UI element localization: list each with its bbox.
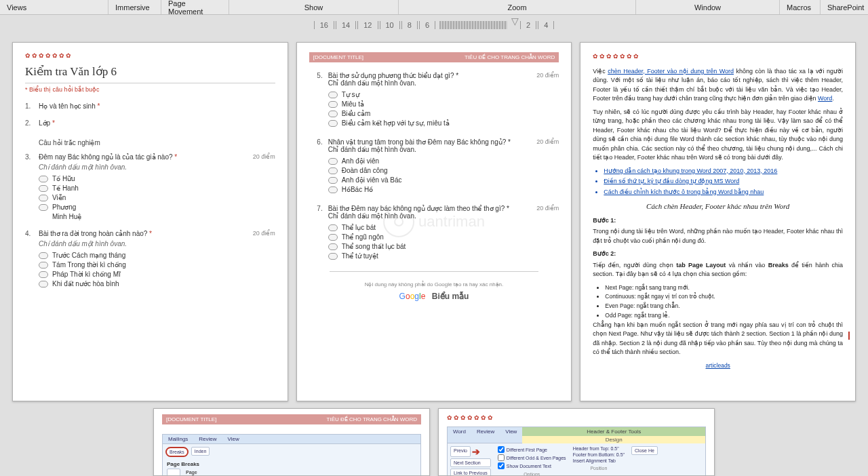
- article-paragraph: Việc chèn Header, Footer vào nội dung tr…: [593, 67, 843, 104]
- oval-icon: [328, 243, 338, 250]
- page-4-thumb[interactable]: [DOCUMENT TITLE] TIÊU ĐỀ CHO TRANG CHẴN …: [153, 408, 430, 476]
- breaks-button: Breaks: [165, 447, 189, 457]
- option[interactable]: Đoàn dân công: [328, 167, 559, 174]
- option[interactable]: Anh đội viên: [328, 157, 559, 165]
- option[interactable]: Pháp Thời kì chống Mĩ: [39, 271, 275, 278]
- option[interactable]: Miêu tả: [328, 100, 559, 108]
- page-1[interactable]: ✿✿✿✿✿✿✿ Kiểm tra Văn lớp 6 * Biểu thị câ…: [12, 42, 288, 401]
- oval-icon: [328, 224, 338, 231]
- decorative-border: ✿✿✿✿✿✿✿: [447, 414, 706, 421]
- article-caption: Cách chèn Header, Footer khác nhau trên …: [593, 201, 843, 212]
- menu-macros[interactable]: Macros: [780, 0, 821, 14]
- ruler-tick: 8: [401, 21, 418, 29]
- menu-zoom[interactable]: Zoom: [399, 0, 636, 14]
- page-3[interactable]: ✿✿✿✿✿✿✿ Việc chèn Header, Footer vào nội…: [580, 42, 856, 401]
- step-heading: Bước 1:: [593, 216, 843, 226]
- ruler-tick: 10: [380, 21, 400, 29]
- oval-icon: [39, 204, 48, 211]
- step-text: Trong nội dung tài liệu trên Word, những…: [593, 227, 843, 245]
- menu-page-movement[interactable]: Page Movement: [161, 0, 229, 14]
- menubar: Views Immersive Page Movement Show Zoom …: [0, 0, 868, 15]
- page-5-thumb[interactable]: ✿✿✿✿✿✿✿ Word Review View Header & Footer…: [438, 408, 715, 476]
- google-disclaimer: Nội dung này không phải do Google tạo ra…: [309, 281, 559, 287]
- menu-views[interactable]: Views: [0, 0, 108, 14]
- option[interactable]: Viễn: [39, 194, 275, 201]
- oval-icon: [328, 234, 338, 241]
- option[interactable]: Biểu cảm kết hợp với tự sự, miêu tả: [328, 119, 559, 127]
- option[interactable]: Tế Hanh: [39, 184, 275, 192]
- word-screenshot: Word Review View Header & Footer Tools D…: [447, 427, 706, 476]
- red-arrow-icon: ➔: [472, 446, 480, 457]
- oval-icon: [328, 111, 338, 117]
- required-note: * Biểu thị câu hỏi bắt buộc: [25, 83, 275, 93]
- step-text: Tiếp đến, người dùng chọn tab Page Layou…: [593, 261, 843, 279]
- oval-icon: [328, 186, 338, 193]
- related-link[interactable]: Hướng dẫn cách tạo khung trong Word 2007…: [604, 167, 843, 176]
- related-link[interactable]: Cách điều chỉnh kích thước ô trong bảng …: [604, 188, 843, 197]
- article-paragraph: Chẳng hạn khi bạn muốn ngắt section ở tr…: [593, 321, 843, 357]
- menu-sharepoint[interactable]: SharePoint: [821, 0, 868, 14]
- ruler-tick: 14: [336, 21, 356, 29]
- option[interactable]: Thể song thất lục bát: [328, 243, 559, 250]
- oval-icon: [39, 281, 48, 287]
- page-2[interactable]: [DOCUMENT TITLE] TIÊU ĐỀ CHO TRANG CHẴN …: [296, 42, 572, 401]
- ad-placeholder: articleads: [593, 361, 843, 370]
- options-q3: Tố Hữu Tế Hanh Viễn Phương Minh Huệ: [39, 175, 275, 220]
- decorative-border: ✿✿✿✿✿✿✿: [25, 52, 275, 59]
- page-header-bar: [DOCUMENT TITLE] TIÊU ĐỀ CHO TRANG CHẴN …: [162, 414, 421, 424]
- option[interactable]: Tự sự: [328, 91, 559, 98]
- option[interactable]: Trước Cách mạng tháng: [39, 252, 275, 259]
- word-screenshot: Mailings Review View Breaks Inden Page B…: [162, 434, 421, 476]
- word-link[interactable]: Word: [818, 95, 832, 102]
- question-7: 7. Bài thơ Đêm nay bác không ngủ được là…: [309, 205, 559, 262]
- option[interactable]: Tố Hữu: [39, 175, 275, 182]
- option[interactable]: HồBác Hồ: [328, 186, 559, 193]
- google-forms-logo: Google Biểu mẫu: [309, 292, 559, 301]
- menu-immersive[interactable]: Immersive: [108, 0, 161, 14]
- article-paragraph: Tuy nhiên, sẽ có lúc người dùng được yêu…: [593, 108, 843, 163]
- ruler: 16 14 12 10 8 6 ▽ 2 4: [0, 15, 868, 35]
- menu-window[interactable]: Window: [636, 0, 780, 14]
- ruler-tick: 4: [538, 21, 554, 29]
- step-bullets: Next Page: ngắt sang trang mới. Continuo…: [605, 283, 843, 320]
- checkbox-icon: [498, 446, 505, 453]
- oval-icon: [328, 101, 338, 108]
- oval-icon: [39, 262, 48, 269]
- ruler-marker[interactable]: ▽: [511, 16, 519, 26]
- option[interactable]: Khi đất nước hòa bình: [39, 280, 275, 287]
- option[interactable]: Thể lục bát: [328, 224, 559, 231]
- oval-icon: [39, 271, 48, 278]
- ruler-tick: 16: [314, 21, 334, 29]
- option[interactable]: Biểu cảm: [328, 110, 559, 117]
- question-4: 4. 20 điểm Bài thơ ra đời trong hoàn cản…: [25, 230, 275, 290]
- checkbox-icon: [498, 462, 505, 469]
- question-1: 1. Họ và tên học sinh *: [25, 102, 275, 110]
- question-3: 3. 20 điểm Đêm nay Bác không ngủ là của …: [25, 153, 275, 220]
- oval-icon: [39, 252, 48, 259]
- related-links: Hướng dẫn cách tạo khung trong Word 2007…: [604, 167, 843, 197]
- step-heading: Bước 2:: [593, 250, 843, 259]
- oval-icon: [328, 92, 338, 98]
- option[interactable]: Thể tứ tuyệt: [328, 252, 559, 260]
- checkbox-icon: [498, 454, 505, 461]
- workspace: ✿✿✿✿✿✿✿ Kiểm tra Văn lớp 6 * Biểu thị câ…: [0, 35, 868, 408]
- question-5: 5. Bài thơ sử dụng phương thức biểu đạt …: [309, 72, 559, 129]
- divider: [330, 271, 539, 272]
- option[interactable]: Phương: [39, 203, 275, 211]
- oval-icon: [328, 177, 338, 184]
- option[interactable]: Tám Trong thời kì chống: [39, 261, 275, 269]
- ruler-tick: 12: [357, 21, 378, 29]
- page-row-2: [DOCUMENT TITLE] TIÊU ĐỀ CHO TRANG CHẴN …: [0, 408, 868, 476]
- option[interactable]: Anh đội viên và Bác: [328, 176, 559, 184]
- related-link[interactable]: Điền số thứ tự, ký tự đầu dòng tự động M…: [604, 177, 843, 186]
- oval-icon: [39, 195, 48, 201]
- oval-icon: [328, 120, 338, 127]
- article-link[interactable]: chèn Header, Footer vào nội dung trên Wo…: [608, 68, 734, 75]
- close-button: Close He: [631, 446, 658, 455]
- ruler-tick: 6: [419, 21, 435, 29]
- section-label: Câu hỏi trắc nghiệm: [39, 139, 275, 146]
- option[interactable]: Thể ngũ ngôn: [328, 233, 559, 241]
- oval-icon: [328, 167, 338, 174]
- menu-show[interactable]: Show: [229, 0, 399, 14]
- form-title: Kiểm tra Văn lớp 6: [25, 64, 275, 79]
